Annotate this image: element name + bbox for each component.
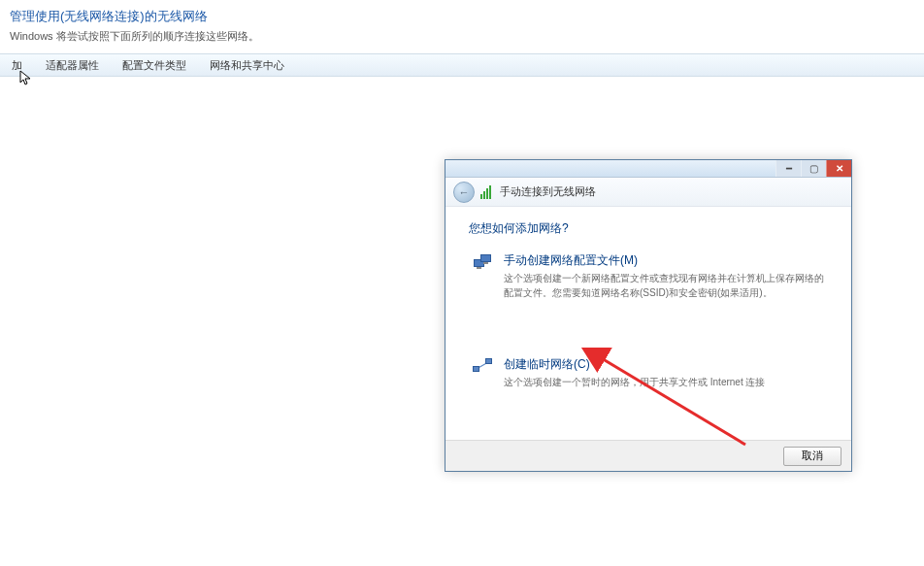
manual-connect-dialog: ━ ▢ ✕ ← 手动连接到无线网络 您想如何添加网络? 手动创建网络配置文件(M… — [445, 159, 852, 472]
dialog-header-bar: ← 手动连接到无线网络 — [446, 178, 851, 207]
adhoc-network-icon — [473, 356, 494, 376]
option-title: 手动创建网络配置文件(M) — [504, 252, 824, 269]
toolbar-network-sharing-center[interactable]: 网络和共享中心 — [198, 54, 296, 76]
maximize-button[interactable]: ▢ — [801, 160, 826, 177]
toolbar: 加 适配器属性 配置文件类型 网络和共享中心 — [0, 53, 924, 77]
computer-profile-icon — [473, 252, 494, 272]
toolbar-adapter-properties[interactable]: 适配器属性 — [34, 54, 111, 76]
minimize-button[interactable]: ━ — [776, 160, 801, 177]
dialog-question: 您想如何添加网络? — [469, 220, 828, 237]
dialog-title: 手动连接到无线网络 — [500, 184, 596, 199]
option-description: 这个选项创建一个暂时的网络，用于共享文件或 Internet 连接 — [504, 375, 765, 389]
toolbar-profile-types[interactable]: 配置文件类型 — [111, 54, 198, 76]
dialog-footer: 取消 — [446, 440, 851, 471]
toolbar-add[interactable]: 加 — [0, 54, 34, 76]
dialog-titlebar: ━ ▢ ✕ — [446, 160, 851, 178]
option-adhoc-network[interactable]: 创建临时网络(C) 这个选项创建一个暂时的网络，用于共享文件或 Internet… — [469, 350, 828, 395]
page-subtitle: Windows 将尝试按照下面所列的顺序连接这些网络。 — [0, 29, 924, 53]
option-description: 这个选项创建一个新网络配置文件或查找现有网络并在计算机上保存网络的配置文件。您需… — [504, 271, 824, 300]
arrow-left-icon: ← — [459, 186, 470, 198]
cancel-button[interactable]: 取消 — [783, 447, 842, 466]
option-title: 创建临时网络(C) — [504, 356, 765, 373]
page-title: 管理使用(无线网络连接)的无线网络 — [0, 0, 924, 29]
wireless-signal-icon — [480, 185, 494, 199]
dialog-body: 您想如何添加网络? 手动创建网络配置文件(M) 这个选项创建一个新网络配置文件或… — [446, 207, 851, 440]
option-manual-profile[interactable]: 手动创建网络配置文件(M) 这个选项创建一个新网络配置文件或查找现有网络并在计算… — [469, 247, 828, 306]
back-button[interactable]: ← — [453, 182, 475, 203]
close-button[interactable]: ✕ — [826, 160, 851, 177]
